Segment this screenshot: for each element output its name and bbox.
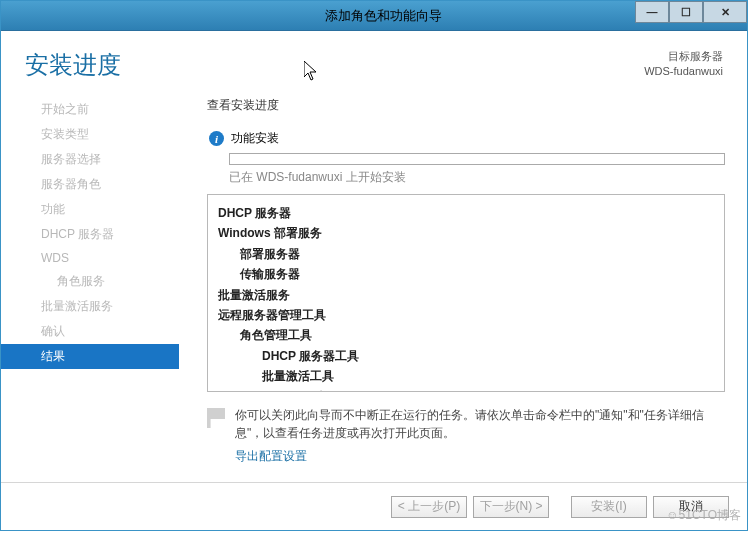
install-status-text: 已在 WDS-fudanwuxi 上开始安装 <box>229 169 725 186</box>
wizard-window: 添加角色和功能向导 — ☐ ✕ 安装进度 目标服务器 WDS-fudanwuxi… <box>0 0 748 531</box>
sidebar-item-confirm: 确认 <box>1 319 179 344</box>
sidebar-item-role-services: 角色服务 <box>1 269 179 294</box>
sidebar-item-server-select: 服务器选择 <box>1 147 179 172</box>
progress-bar <box>229 153 725 165</box>
next-button[interactable]: 下一步(N) > <box>473 496 549 518</box>
feature-item: DHCP 服务器工具 <box>218 346 714 366</box>
maximize-button[interactable]: ☐ <box>669 1 703 23</box>
sidebar-item-volume-activation: 批量激活服务 <box>1 294 179 319</box>
header-region: 安装进度 目标服务器 WDS-fudanwuxi <box>1 31 747 91</box>
prev-button[interactable]: < 上一步(P) <box>391 496 467 518</box>
install-button[interactable]: 安装(I) <box>571 496 647 518</box>
sidebar-item-features: 功能 <box>1 197 179 222</box>
feature-item: DHCP 服务器 <box>218 203 714 223</box>
window-title: 添加角色和功能向导 <box>325 7 442 25</box>
sidebar-item-wds: WDS <box>1 247 179 269</box>
titlebar: 添加角色和功能向导 — ☐ ✕ <box>1 1 747 31</box>
minimize-button[interactable]: — <box>635 1 669 23</box>
feature-item: Windows 部署服务 <box>218 223 714 243</box>
wizard-sidebar: 开始之前 安装类型 服务器选择 服务器角色 功能 DHCP 服务器 WDS 角色… <box>1 91 179 482</box>
tip-row: 你可以关闭此向导而不中断正在运行的任务。请依次单击命令栏中的"通知"和"任务详细… <box>207 406 725 442</box>
content-area: 安装进度 目标服务器 WDS-fudanwuxi 开始之前 安装类型 服务器选择… <box>1 31 747 530</box>
feature-item: 传输服务器 <box>218 264 714 284</box>
info-icon: i <box>209 131 224 146</box>
feature-item: 角色管理工具 <box>218 325 714 345</box>
install-info-line: i 功能安装 <box>209 130 725 147</box>
export-config-link[interactable]: 导出配置设置 <box>235 448 307 465</box>
sidebar-item-results[interactable]: 结果 <box>1 344 179 369</box>
target-name: WDS-fudanwuxi <box>644 64 723 79</box>
features-list-box: DHCP 服务器 Windows 部署服务 部署服务器 传输服务器 批量激活服务… <box>207 194 725 392</box>
tip-text: 你可以关闭此向导而不中断正在运行的任务。请依次单击命令栏中的"通知"和"任务详细… <box>235 406 725 442</box>
feature-item: Windows 部署服务工具 <box>218 387 714 392</box>
flag-icon <box>207 408 225 428</box>
view-progress-label: 查看安装进度 <box>207 97 725 114</box>
feature-item: 批量激活服务 <box>218 285 714 305</box>
button-bar: < 上一步(P) 下一步(N) > 安装(I) 取消 <box>1 482 747 530</box>
feature-install-label: 功能安装 <box>231 130 279 147</box>
sidebar-item-dhcp: DHCP 服务器 <box>1 222 179 247</box>
feature-item: 部署服务器 <box>218 244 714 264</box>
sidebar-item-install-type: 安装类型 <box>1 122 179 147</box>
page-title: 安装进度 <box>25 49 121 81</box>
sidebar-item-server-roles: 服务器角色 <box>1 172 179 197</box>
main-panel: 查看安装进度 i 功能安装 已在 WDS-fudanwuxi 上开始安装 DHC… <box>179 91 747 482</box>
target-server-info: 目标服务器 WDS-fudanwuxi <box>644 49 723 80</box>
cancel-button[interactable]: 取消 <box>653 496 729 518</box>
close-button[interactable]: ✕ <box>703 1 747 23</box>
feature-item: 远程服务器管理工具 <box>218 305 714 325</box>
window-controls: — ☐ ✕ <box>635 1 747 30</box>
main-row: 开始之前 安装类型 服务器选择 服务器角色 功能 DHCP 服务器 WDS 角色… <box>1 91 747 482</box>
target-label: 目标服务器 <box>644 49 723 64</box>
sidebar-item-before-begin: 开始之前 <box>1 97 179 122</box>
feature-item: 批量激活工具 <box>218 366 714 386</box>
